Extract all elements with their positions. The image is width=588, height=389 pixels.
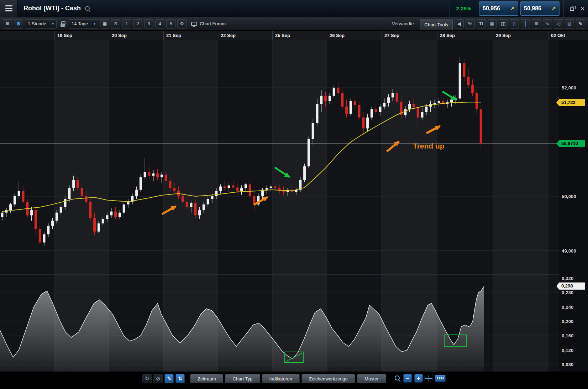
refresh-icon[interactable]: ↻ [142, 374, 152, 383]
candlestick-icon[interactable]: ◫ [499, 19, 508, 28]
close-icon[interactable]: × [577, 3, 588, 14]
draw-pencil-icon[interactable]: ✎ [164, 374, 174, 383]
drawing-quick-icons: ↻⊘✎⇅ [142, 374, 185, 383]
watchlist-icon[interactable]: ≣ [3, 19, 12, 28]
text-tool-icon[interactable]: Tt [477, 19, 486, 28]
divider [563, 0, 564, 17]
range-value: 14 Tage [72, 21, 88, 26]
date-axis-tick [548, 31, 548, 40]
period-2-button[interactable]: 2 [133, 19, 142, 28]
lock-icon[interactable] [60, 21, 65, 27]
calendar-icon[interactable]: ▦ [100, 19, 109, 28]
bottom-toolbar: ↻⊘✎⇅ ZeitraumChart TypIndikatorenZeichen… [0, 372, 588, 389]
buy-price: 50,986 [524, 5, 541, 12]
date-axis-tick [382, 31, 382, 40]
date-axis-tick [109, 31, 109, 40]
date-axis-label: 20 Sep [112, 33, 127, 38]
fit-chart-icon[interactable] [425, 375, 432, 382]
date-axis-label: 28 Sep [440, 33, 455, 38]
zoom-out-button[interactable]: − [403, 374, 412, 383]
tab-verwandte[interactable]: Verwandte [388, 19, 418, 29]
period-1-button[interactable]: 1 [122, 19, 131, 28]
previous-icon[interactable]: ◁ [554, 19, 563, 28]
price-axis-label: 50,000 [562, 194, 576, 199]
date-axis-tick [327, 31, 327, 40]
footer-chart-typ-button[interactable]: Chart Typ [225, 374, 260, 383]
footer-indikatoren-button[interactable]: Indikatoren [262, 374, 300, 383]
line-chart-icon[interactable]: ∿ [543, 19, 552, 28]
sell-price: 50,956 [483, 5, 500, 12]
speech-bubble-icon [191, 22, 197, 26]
date-axis-tick [493, 31, 493, 40]
chevron-down-icon: ▾ [94, 22, 95, 26]
indicator-value-tag: 0,298 [559, 282, 585, 290]
search-icon[interactable] [84, 5, 91, 12]
date-axis-label: 27 Sep [384, 33, 399, 38]
ma-price-tag: 51,722 [559, 99, 585, 106]
period-3-button[interactable]: 3 [144, 19, 153, 28]
tab-chart-tools[interactable]: Chart-Tools [420, 19, 453, 30]
chart-toolbar: ≣ ⚙ 1 Stunde ▾ 14 Tage ▾ ▦ S12345 ⚙ Char… [0, 17, 588, 31]
percent-icon[interactable]: % [466, 19, 475, 28]
price-axis-label: 0,120 [562, 347, 574, 353]
price-axis-label: 52,000 [562, 85, 576, 90]
chart-forum-button[interactable]: Chart Forum [191, 21, 226, 26]
numbers-display-button[interactable]: 1234 [435, 375, 446, 382]
instrument-title: Rohöl (WTI) - Cash [23, 5, 81, 12]
ohlc-bars-icon[interactable]: ║ [521, 19, 530, 28]
price-axis-label: 0,280 [562, 290, 574, 295]
price-axis-label: 0,200 [562, 318, 574, 324]
price-axis-label: 0,320 [562, 276, 574, 281]
sell-price-button[interactable]: 50,956 ↗ [479, 1, 518, 16]
period-s-button[interactable]: S [111, 19, 120, 28]
chart-forum-label: Chart Forum [200, 21, 226, 26]
last-price-tag: 50,9710 [559, 140, 585, 147]
price-axis-label: 49,000 [562, 248, 576, 253]
buy-price-button[interactable]: 50,986 ↗ [520, 1, 560, 16]
price-axis-label: 0,240 [562, 304, 574, 310]
order-arrows-icon[interactable]: ⇅ [175, 374, 185, 383]
grid-icon[interactable]: ▦ [488, 19, 497, 28]
date-axis[interactable]: 19 Sep20 Sep21 Sep22 Sep25 Sep26 Sep27 S… [0, 31, 588, 40]
restore-window-icon[interactable] [567, 3, 577, 14]
date-axis-label: 19 Sep [57, 33, 72, 38]
date-axis-label: 22 Sep [221, 33, 236, 38]
chart-canvas[interactable]: Trend up [0, 0, 588, 389]
date-axis-tick [218, 31, 218, 40]
date-axis-tick [163, 31, 164, 40]
hollow-candle-icon[interactable]: ▯ [510, 19, 519, 28]
date-axis-label: 21 Sep [166, 33, 181, 38]
change-percent: 2.28% [449, 0, 478, 17]
date-axis-label: 25 Sep [275, 33, 290, 38]
bar-chart-icon[interactable]: ≣ [532, 19, 541, 28]
chevron-down-icon: ▾ [52, 22, 54, 26]
interval-value: 1 Stunde [28, 21, 46, 26]
chart-menu-buttons: ZeitraumChart TypIndikatorenZeichenwerkz… [190, 374, 386, 383]
settings-gear-icon[interactable]: ⚙ [14, 19, 23, 28]
zoom-in-button[interactable]: + [414, 374, 423, 383]
footer-zeitraum-button[interactable]: Zeitraum [190, 374, 223, 383]
date-axis-tick [437, 31, 437, 40]
price-scale[interactable]: 51,722 50,9710 0,298 52,00050,00049,0000… [559, 40, 588, 372]
period-5-button[interactable]: 5 [166, 19, 175, 28]
print-icon[interactable]: ⎙ [565, 19, 574, 28]
date-axis-tick [54, 31, 55, 40]
undo-icon[interactable]: ◀ [455, 19, 464, 28]
no-drawing-icon[interactable]: ⊘ [153, 374, 163, 383]
footer-muster-button[interactable]: Muster [357, 374, 386, 383]
gear-icon[interactable]: ⚙ [177, 19, 187, 28]
footer-zeichenwerkzeuge-button[interactable]: Zeichenwerkzeuge [301, 374, 355, 383]
period-4-button[interactable]: 4 [155, 19, 164, 28]
zoom-controls: − + 1234 [394, 374, 446, 383]
price-axis-label: 0,160 [562, 333, 574, 338]
zoom-icon[interactable] [394, 375, 401, 382]
date-axis-label: 26 Sep [330, 33, 345, 38]
period-button-group: S12345 [111, 19, 175, 28]
date-axis-tick [272, 31, 273, 40]
drawing-settings-icon[interactable]: ✎ [576, 19, 585, 28]
title-bar: Rohöl (WTI) - Cash 2.28% 50,956 ↗ 50,986… [0, 0, 588, 17]
menu-icon[interactable] [0, 0, 18, 17]
date-axis-label: 29 Sep [496, 33, 511, 38]
interval-dropdown[interactable]: 1 Stunde ▾ [25, 19, 57, 28]
range-dropdown[interactable]: 14 Tage ▾ [69, 19, 98, 28]
